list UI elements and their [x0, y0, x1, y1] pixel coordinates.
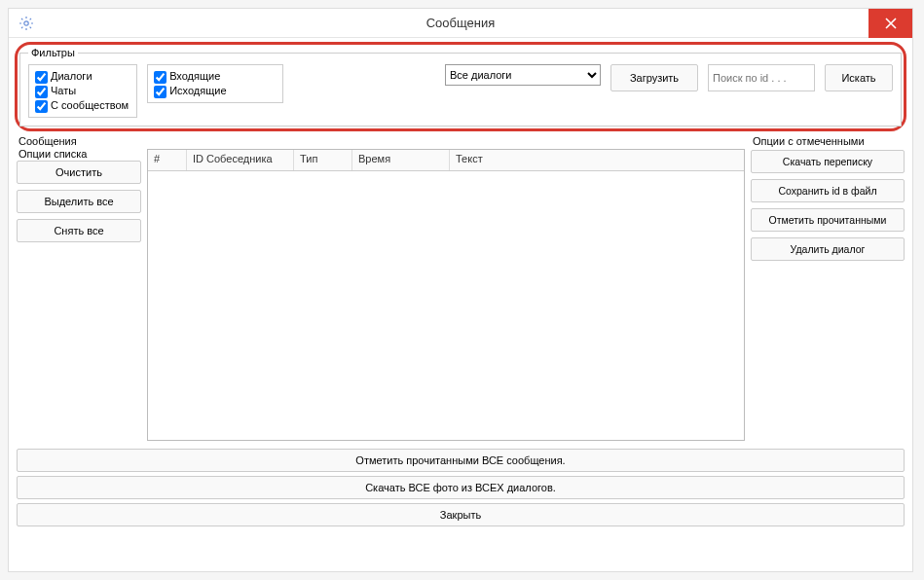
- save-id-button[interactable]: Сохранить id в файл: [751, 179, 905, 202]
- download-all-photos-button[interactable]: Скачать ВСЕ фото из ВСЕХ диалогов.: [17, 476, 905, 499]
- delete-dialog-button[interactable]: Удалить диалог: [751, 237, 905, 261]
- marked-options-label: Опции с отмеченными: [753, 135, 905, 147]
- list-options-label: Опции списка: [18, 148, 141, 160]
- clear-button[interactable]: Очистить: [17, 161, 141, 184]
- checkbox-community[interactable]: С сообществом: [35, 98, 129, 113]
- window-title: Сообщения: [426, 16, 496, 30]
- filters-highlight: Фильтры Диалоги Чаты С сообществом Входя…: [15, 42, 906, 131]
- app-icon: [18, 16, 34, 31]
- filters-fieldset: Фильтры Диалоги Чаты С сообществом Входя…: [19, 47, 902, 127]
- messages-table[interactable]: # ID Собеседника Тип Время Текст: [147, 149, 745, 441]
- close-dialog-button[interactable]: Закрыть: [17, 503, 905, 526]
- checkbox-incoming[interactable]: Входящие: [154, 69, 275, 84]
- dialog-scope-select[interactable]: Все диалоги: [445, 64, 601, 86]
- deselect-all-button[interactable]: Снять все: [17, 219, 141, 242]
- checkbox-dialogs[interactable]: Диалоги: [35, 69, 129, 84]
- svg-point-0: [24, 20, 28, 24]
- list-options-panel: Сообщения Опции списка Очистить Выделить…: [17, 135, 141, 441]
- load-button[interactable]: Загрузить: [610, 64, 698, 91]
- col-num[interactable]: #: [148, 150, 187, 170]
- titlebar: Сообщения: [9, 9, 912, 38]
- select-all-button[interactable]: Выделить все: [17, 190, 141, 213]
- table-header: # ID Собеседника Тип Время Текст: [148, 150, 744, 171]
- marked-options-panel: Опции с отмеченными Скачать переписку Со…: [751, 135, 905, 441]
- checkbox-chats[interactable]: Чаты: [35, 84, 129, 98]
- filter-type-group: Диалоги Чаты С сообществом: [28, 64, 137, 118]
- search-id-input[interactable]: [708, 64, 815, 91]
- col-id[interactable]: ID Собеседника: [187, 150, 294, 170]
- mark-all-read-button[interactable]: Отметить прочитанными ВСЕ сообщения.: [17, 449, 905, 472]
- col-time[interactable]: Время: [352, 150, 450, 170]
- filter-direction-group: Входящие Исходящие: [147, 64, 283, 103]
- col-text[interactable]: Текст: [450, 150, 744, 170]
- bottom-actions: Отметить прочитанными ВСЕ сообщения. Ска…: [15, 449, 906, 526]
- close-window-button[interactable]: [869, 9, 912, 38]
- mark-read-button[interactable]: Отметить прочитанными: [751, 208, 905, 232]
- messages-label: Сообщения: [18, 135, 141, 147]
- app-window: Сообщения Фильтры Диалоги Чаты С сообщес…: [8, 8, 913, 572]
- checkbox-outgoing[interactable]: Исходящие: [154, 84, 275, 98]
- search-button[interactable]: Искать: [825, 64, 893, 91]
- col-type[interactable]: Тип: [294, 150, 352, 170]
- download-chat-button[interactable]: Скачать переписку: [751, 150, 905, 173]
- table-area: # ID Собеседника Тип Время Текст: [147, 135, 745, 441]
- close-icon: [885, 18, 897, 29]
- filters-legend: Фильтры: [28, 47, 78, 58]
